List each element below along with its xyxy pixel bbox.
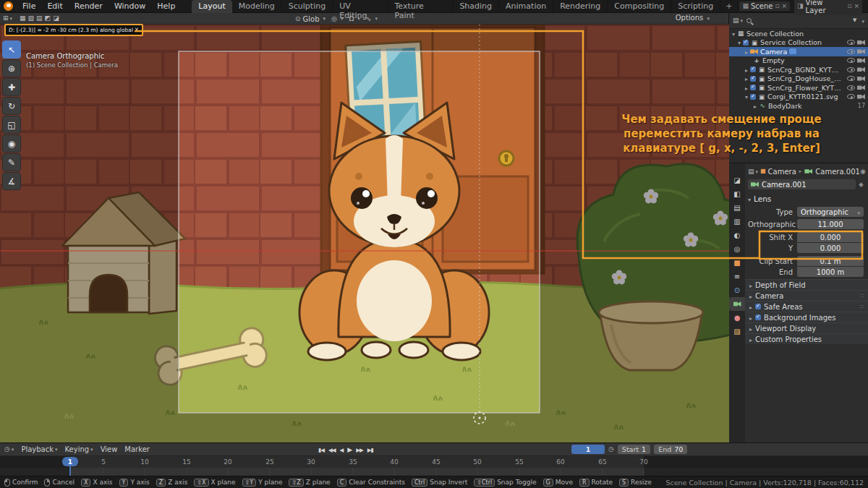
viewport-scene[interactable] <box>0 25 729 442</box>
hide-viewport-toggle[interactable] <box>847 67 855 72</box>
annotate-tool-button[interactable]: ✎ <box>2 153 21 171</box>
mode-icon-2[interactable]: ▧ <box>28 15 35 22</box>
expand-icon[interactable] <box>754 102 757 110</box>
mode-icon-5[interactable]: ◪ <box>53 15 59 22</box>
menu-edit[interactable]: Edit <box>42 1 67 11</box>
hide-viewport-toggle[interactable] <box>847 85 855 90</box>
expand-icon[interactable] <box>745 93 748 100</box>
unlink-scene-icon[interactable]: × <box>782 3 788 9</box>
filter-icon[interactable]: ▼ <box>853 18 856 23</box>
lens-panel-header[interactable]: Lens <box>748 194 864 204</box>
tab-object-data[interactable] <box>729 297 745 311</box>
menu-render[interactable]: Render <box>69 1 108 11</box>
play-reverse-button[interactable]: ◀ <box>339 447 343 453</box>
prev-keyframe-button[interactable]: ◀◀ <box>328 447 336 453</box>
background-images-checkbox[interactable] <box>755 314 761 320</box>
workspace-tab-texture-paint[interactable]: Texture Paint <box>388 0 454 13</box>
outliner-row-service-collection[interactable]: ▣ Service Collection <box>729 38 868 48</box>
menu-help[interactable]: Help <box>152 1 180 11</box>
disable-render-toggle[interactable] <box>857 40 865 46</box>
tab-object[interactable]: ■ <box>729 256 745 270</box>
fake-user-icon[interactable]: ◈ <box>859 181 864 188</box>
tab-scene[interactable]: ◐ <box>729 228 745 242</box>
expand-icon[interactable] <box>732 30 735 38</box>
camera-data-badge[interactable] <box>789 48 796 54</box>
workspace-tab-uv-editing[interactable]: UV Editing <box>333 0 388 13</box>
workspace-tab-scripting[interactable]: Scripting <box>671 0 720 13</box>
mode-icon-1[interactable]: ▦ <box>20 15 26 22</box>
tab-tool[interactable]: ◪ <box>729 174 745 187</box>
editor-type-icon[interactable]: ◷ <box>4 446 14 453</box>
scene-selector[interactable]: ▦ Scene ▫ × <box>739 1 790 11</box>
hide-viewport-toggle[interactable] <box>847 94 855 99</box>
collection-checkbox[interactable] <box>750 76 756 82</box>
disable-render-toggle[interactable] <box>857 48 865 54</box>
breadcrumb-data[interactable]: Camera.001 <box>815 168 860 176</box>
preview-range-icon[interactable]: ◷ <box>608 446 614 453</box>
scale-tool-button[interactable]: ◱ <box>2 116 21 134</box>
tab-material[interactable]: ● <box>729 311 745 325</box>
workspace-tab-animation[interactable]: Animation <box>499 0 553 13</box>
marker-menu[interactable]: Marker <box>124 445 150 453</box>
rotate-tool-button[interactable]: ↻ <box>2 97 21 115</box>
outliner-row-corgi-svg[interactable]: ▣ Corgi_KYTR0121.svg <box>729 93 868 102</box>
expand-icon[interactable] <box>745 74 748 82</box>
remove-view-layer-icon[interactable]: × <box>854 3 859 9</box>
disable-render-toggle[interactable] <box>857 58 865 64</box>
outliner-row-scene-collection[interactable]: ▦ Scene Collection <box>729 29 868 38</box>
collection-checkbox[interactable] <box>743 40 749 46</box>
play-button[interactable]: ▶ <box>347 446 352 453</box>
tab-output[interactable]: ▤ <box>729 201 745 215</box>
menu-file[interactable]: File <box>17 1 41 11</box>
blender-logo-icon[interactable] <box>4 1 13 11</box>
panel-background-images[interactable]: Background Images <box>745 312 868 322</box>
panel-viewport-display[interactable]: Viewport Display <box>745 322 868 333</box>
properties-filter-icon[interactable]: ▤ <box>748 168 758 175</box>
ortho-scale-field[interactable]: 11.000 <box>797 219 864 229</box>
outliner-row-scncrg-flower[interactable]: ▣ ScnCrg_Flower_KYTR4668 <box>729 83 868 93</box>
select-tool-button[interactable]: ↖ <box>2 40 21 59</box>
collection-checkbox[interactable] <box>750 85 756 90</box>
jump-to-start-button[interactable]: ▮◀ <box>318 447 324 453</box>
tab-render[interactable]: ◧ <box>729 187 745 201</box>
viewport-3d[interactable]: ⊞ ▦ ▧ ▤ ◩ ◪ ⊙ Glob ◎ Ω ∿ <box>0 13 729 442</box>
tab-world[interactable]: ◎ <box>729 242 745 256</box>
panel-safe-areas[interactable]: Safe Areas ∷ <box>745 301 868 312</box>
transform-tool-button[interactable]: ◉ <box>2 134 21 153</box>
view-layer-selector[interactable]: ◨ View Layer ▫ × <box>794 0 862 15</box>
hide-viewport-toggle[interactable] <box>847 58 855 63</box>
editor-type-icon[interactable]: ⊞ <box>3 15 12 22</box>
tab-view-layer[interactable]: ▥ <box>729 215 745 228</box>
proportional-editing-toggle[interactable]: ∿ <box>366 16 378 22</box>
tab-physics[interactable]: ⊙ <box>729 283 745 297</box>
collection-checkbox[interactable] <box>750 67 756 72</box>
panel-custom-properties[interactable]: Custom Properties <box>745 333 868 344</box>
hide-viewport-toggle[interactable] <box>847 49 855 54</box>
collection-checkbox[interactable] <box>750 94 756 100</box>
editor-type-icon[interactable]: ▤ <box>733 17 743 24</box>
outliner-row-bodydark[interactable]: ∿ BodyDark 17 <box>729 101 868 111</box>
panel-depth-of-field[interactable]: Depth of Field <box>745 279 868 290</box>
workspace-tab-modeling[interactable]: Modeling <box>232 0 282 13</box>
shift-y-field[interactable]: 0.000 <box>797 243 864 253</box>
pin-icon[interactable]: ◉ <box>860 168 866 175</box>
workspace-tab-layout[interactable]: Layout <box>192 0 231 13</box>
disable-render-toggle[interactable] <box>857 94 865 100</box>
frame-end-field[interactable]: End 70 <box>654 445 687 454</box>
jump-to-end-button[interactable]: ▶▮ <box>367 447 373 453</box>
next-keyframe-button[interactable]: ▶▶ <box>356 447 363 453</box>
workspace-tab-shading[interactable]: Shading <box>453 0 499 13</box>
hide-viewport-toggle[interactable] <box>847 76 855 81</box>
add-workspace-button[interactable]: + <box>720 0 738 13</box>
camera-name-field[interactable]: Camera.001 <box>748 179 856 189</box>
panel-camera[interactable]: Camera ∷ <box>745 290 868 301</box>
expand-icon[interactable] <box>738 38 741 46</box>
tab-constraints[interactable]: ≡ <box>729 270 745 283</box>
frame-start-field[interactable]: Start 1 <box>618 445 650 454</box>
options-dropdown[interactable]: Options <box>676 14 710 22</box>
clip-start-field[interactable]: 0.1 m <box>797 256 864 266</box>
disable-render-toggle[interactable] <box>857 67 865 72</box>
timeline-ruler[interactable]: 1 5 10 15 20 25 30 35 40 45 50 55 60 65 … <box>0 456 868 476</box>
new-view-layer-icon[interactable]: ▫ <box>847 3 851 9</box>
viewport-scene-area[interactable]: ↖ ⊕ ✚ ↻ ◱ ◉ ✎ ∡ Camera Orthographic (1) … <box>0 25 729 442</box>
